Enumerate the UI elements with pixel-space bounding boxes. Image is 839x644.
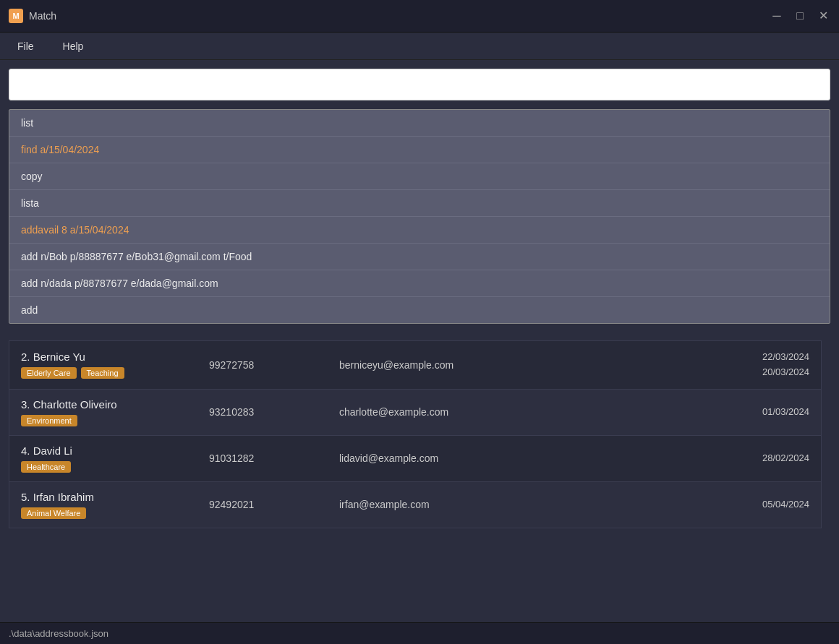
- menu-help[interactable]: Help: [57, 38, 90, 55]
- contact-email: berniceyu@example.com: [339, 359, 708, 371]
- app-icon: M: [9, 9, 23, 23]
- contact-name: 5. Irfan Ibrahim: [21, 491, 209, 503]
- contact-phone: 92492021: [209, 499, 339, 510]
- tag-elderly-care: Elderly Care: [21, 367, 77, 379]
- contact-name: 3. Charlotte Oliveiro: [21, 398, 209, 411]
- dropdown-item-lista[interactable]: lista: [9, 190, 830, 217]
- dropdown-item-add[interactable]: add: [9, 297, 830, 323]
- contact-phone: 93210283: [209, 406, 339, 418]
- title-bar: M Match ─ □ ✕: [0, 0, 839, 33]
- contact-email: lidavid@example.com: [339, 452, 708, 464]
- contact-date1: 01/03/2024: [708, 405, 809, 420]
- contact-tags: Animal Welfare: [21, 507, 209, 519]
- dropdown-scroll[interactable]: list find a/15/04/2024 copy lista addava…: [9, 110, 830, 323]
- contact-dates: 05/04/2024: [708, 497, 809, 512]
- contact-date1: 28/02/2024: [708, 451, 809, 466]
- window-title: Match: [29, 10, 764, 22]
- contact-name-col: 2. Bernice Yu Elderly Care Teaching: [21, 351, 209, 379]
- tag-animal-welfare: Animal Welfare: [21, 507, 86, 519]
- contact-name-col: 3. Charlotte Oliveiro Environment: [21, 398, 209, 426]
- menu-bar: File Help: [0, 33, 839, 60]
- contact-date2: 20/03/2024: [708, 365, 809, 380]
- menu-file[interactable]: File: [12, 38, 40, 55]
- tag-environment: Environment: [21, 415, 77, 426]
- tag-healthcare: Healthcare: [21, 461, 71, 473]
- maximize-button[interactable]: □: [793, 10, 807, 22]
- status-path: .\data\addressbook.json: [9, 628, 108, 639]
- contact-name: 4. David Li: [21, 445, 209, 457]
- dropdown-item-copy[interactable]: copy: [9, 163, 830, 190]
- contact-name: 2. Bernice Yu: [21, 351, 209, 363]
- table-row: 2. Bernice Yu Elderly Care Teaching 9927…: [9, 340, 822, 389]
- dropdown-item-add-bob[interactable]: add n/Bob p/88887677 e/Bob31@gmail.com t…: [9, 244, 830, 270]
- contact-dates: 22/03/2024 20/03/2024: [708, 350, 809, 380]
- table-row: 5. Irfan Ibrahim Animal Welfare 92492021…: [9, 481, 822, 528]
- contacts-list: 2. Bernice Yu Elderly Care Teaching 9927…: [9, 340, 822, 622]
- dropdown-item-find[interactable]: find a/15/04/2024: [9, 137, 830, 163]
- contact-dates: 28/02/2024: [708, 451, 809, 466]
- contact-date1: 22/03/2024: [708, 350, 809, 365]
- tag-teaching: Teaching: [81, 367, 124, 379]
- contact-tags: Environment: [21, 415, 209, 426]
- table-row: 3. Charlotte Oliveiro Environment 932102…: [9, 389, 822, 435]
- window-controls: ─ □ ✕: [770, 10, 830, 22]
- command-dropdown: list find a/15/04/2024 copy lista addava…: [9, 109, 830, 324]
- dropdown-item-add-dada[interactable]: add n/dada p/88787677 e/dada@gmail.com: [9, 270, 830, 297]
- search-input[interactable]: [9, 69, 830, 100]
- contact-name-col: 5. Irfan Ibrahim Animal Welfare: [21, 491, 209, 519]
- contact-tags: Elderly Care Teaching: [21, 367, 209, 379]
- table-row: 4. David Li Healthcare 91031282 lidavid@…: [9, 435, 822, 481]
- close-button[interactable]: ✕: [816, 10, 830, 22]
- contact-email: irfan@example.com: [339, 499, 708, 510]
- contact-date1: 05/04/2024: [708, 497, 809, 512]
- contact-phone: 99272758: [209, 359, 339, 371]
- main-content: list find a/15/04/2024 copy lista addava…: [0, 60, 839, 622]
- contact-dates: 01/03/2024: [708, 405, 809, 420]
- contact-tags: Healthcare: [21, 461, 209, 473]
- contact-phone: 91031282: [209, 452, 339, 464]
- contact-name-col: 4. David Li Healthcare: [21, 445, 209, 473]
- status-bar: .\data\addressbook.json: [0, 622, 839, 644]
- minimize-button[interactable]: ─: [770, 10, 784, 22]
- dropdown-item-addavail[interactable]: addavail 8 a/15/04/2024: [9, 217, 830, 244]
- dropdown-item-list[interactable]: list: [9, 110, 830, 137]
- contact-email: charlotte@example.com: [339, 406, 708, 418]
